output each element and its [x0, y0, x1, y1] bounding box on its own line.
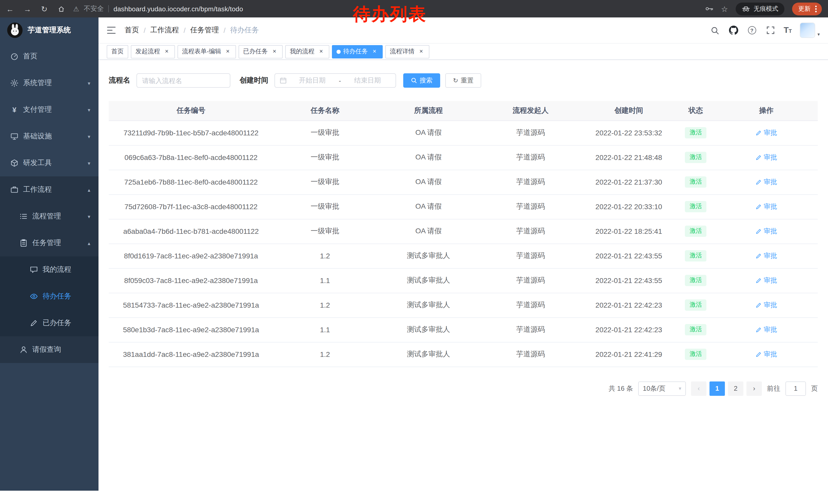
topbar-actions: ? TT ▾: [710, 22, 820, 38]
task-created: 2022-01-22 21:37:30: [581, 170, 677, 194]
tab-todo-tasks[interactable]: 待办任务 ×: [332, 45, 383, 58]
task-name: 1.2: [273, 293, 377, 317]
sidebar-collapse-icon[interactable]: [107, 26, 116, 34]
tab-done-tasks[interactable]: 已办任务 ×: [239, 45, 283, 58]
address-bar[interactable]: ⚠ 不安全 dashboard.yudao.iocoder.cn/bpm/tas…: [73, 4, 243, 13]
reload-icon[interactable]: ↻: [41, 5, 47, 12]
sidebar-item-todo-tasks[interactable]: 待办任务: [0, 283, 98, 310]
close-icon[interactable]: ×: [271, 48, 278, 55]
approve-button[interactable]: 审批: [756, 301, 777, 310]
sidebar-item-leave-query[interactable]: 请假查询: [0, 336, 98, 363]
chevron-down-icon: ▾: [88, 160, 90, 166]
browser-chrome: ← → ↻ ⚠ 不安全 dashboard.yudao.iocoder.cn/b…: [0, 0, 828, 17]
breadcrumb-task-management[interactable]: 任务管理: [190, 26, 219, 35]
user-icon: [19, 346, 28, 354]
approve-button[interactable]: 审批: [756, 202, 777, 211]
task-process: OA 请假: [377, 219, 481, 243]
close-icon[interactable]: ×: [371, 48, 378, 55]
approve-button[interactable]: 审批: [756, 325, 777, 334]
prev-page-button[interactable]: ‹: [691, 381, 706, 396]
back-icon[interactable]: ←: [6, 5, 14, 12]
fullscreen-icon[interactable]: [765, 25, 776, 35]
col-actions: 操作: [715, 101, 818, 121]
yen-icon: ¥: [10, 106, 18, 114]
tab-process-form-edit[interactable]: 流程表单-编辑 ×: [177, 45, 236, 58]
task-initiator: 芋道源码: [480, 293, 581, 317]
status-badge: 激活: [685, 349, 707, 360]
page-size-select[interactable]: 10条/页 ▾: [638, 381, 686, 396]
chevron-down-icon: ▾: [679, 385, 681, 391]
tab-my-processes[interactable]: 我的流程 ×: [285, 45, 329, 58]
task-created: 2022-01-22 21:48:48: [581, 145, 677, 170]
tab-process-detail[interactable]: 流程详情 ×: [385, 45, 429, 58]
app-logo[interactable]: 芋道管理系统: [0, 17, 98, 43]
close-icon[interactable]: ×: [163, 48, 170, 55]
approve-button[interactable]: 审批: [756, 350, 777, 359]
reset-button[interactable]: ↻ 重置: [445, 73, 481, 88]
help-icon[interactable]: ?: [747, 25, 757, 35]
briefcase-icon: [10, 186, 18, 194]
forward-icon[interactable]: →: [24, 5, 31, 12]
task-initiator: 芋道源码: [480, 317, 581, 342]
col-task-name: 任务名称: [273, 101, 377, 121]
github-icon[interactable]: [728, 25, 739, 35]
breadcrumb-home[interactable]: 首页: [125, 26, 139, 35]
approve-button[interactable]: 审批: [756, 227, 777, 236]
sidebar-item-process-management[interactable]: 流程管理 ▾: [0, 203, 98, 230]
bookmark-star-icon[interactable]: ☆: [721, 5, 728, 12]
task-process: 测试多审批人: [377, 243, 481, 268]
task-created: 2022-01-21 22:43:55: [581, 268, 677, 293]
user-menu[interactable]: ▾: [800, 22, 820, 38]
task-id: 73211d9d-7b9b-11ec-b5b7-acde48001122: [109, 121, 273, 145]
status-badge: 激活: [685, 300, 707, 311]
warning-icon: ⚠: [73, 5, 79, 12]
chevron-down-icon: ▾: [88, 214, 90, 219]
page-2-button[interactable]: 2: [728, 381, 743, 396]
goto-page-input[interactable]: [785, 381, 806, 396]
sidebar-item-dev-tools[interactable]: 研发工具 ▾: [0, 150, 98, 176]
search-icon[interactable]: [710, 25, 720, 35]
close-icon[interactable]: ×: [224, 48, 232, 55]
sidebar-item-done-tasks[interactable]: 已办任务: [0, 310, 98, 336]
font-size-icon[interactable]: TT: [784, 26, 792, 34]
approve-button[interactable]: 审批: [756, 128, 777, 137]
tab-start-process[interactable]: 发起流程 ×: [131, 45, 175, 58]
approve-button[interactable]: 审批: [756, 153, 777, 162]
key-icon[interactable]: [705, 6, 713, 11]
url-text: dashboard.yudao.iocoder.cn/bpm/task/todo: [113, 5, 243, 12]
tab-home[interactable]: 首页: [107, 45, 128, 58]
sidebar-item-system-management[interactable]: 系统管理 ▾: [0, 70, 98, 96]
table-row: 58154733-7ac8-11ec-a9e2-a2380e71991a 1.2…: [109, 293, 818, 317]
update-button[interactable]: 更新: [792, 2, 822, 15]
list-icon: [19, 212, 28, 221]
chevron-down-icon: ▾: [88, 107, 90, 112]
breadcrumb-workflow[interactable]: 工作流程: [150, 26, 179, 35]
home-icon[interactable]: [57, 5, 65, 12]
sidebar-item-infrastructure[interactable]: 基础设施 ▾: [0, 123, 98, 150]
task-initiator: 芋道源码: [480, 268, 581, 293]
search-button[interactable]: 搜索: [403, 73, 440, 88]
sidebar-item-home[interactable]: 首页: [0, 43, 98, 70]
menu-kebab-icon[interactable]: [815, 5, 817, 12]
approve-button[interactable]: 审批: [756, 177, 777, 187]
pagination: 共 16 条 10条/页 ▾ ‹ 1 2 › 前往 页: [109, 381, 818, 396]
sidebar-item-workflow[interactable]: 工作流程 ▴: [0, 176, 98, 203]
task-created: 2022-01-22 20:33:10: [581, 194, 677, 219]
sidebar-item-my-processes[interactable]: 我的流程: [0, 256, 98, 283]
status-badge: 激活: [685, 127, 707, 138]
col-process: 所属流程: [377, 101, 481, 121]
page-1-button[interactable]: 1: [709, 381, 725, 396]
marker-icon: [30, 319, 38, 327]
approve-button[interactable]: 审批: [756, 251, 777, 261]
task-initiator: 芋道源码: [480, 121, 581, 145]
date-range-picker[interactable]: 开始日期 - 结束日期: [275, 73, 396, 88]
sidebar-item-task-management[interactable]: 任务管理 ▴: [0, 230, 98, 256]
close-icon[interactable]: ×: [318, 48, 325, 55]
process-name-input[interactable]: [136, 73, 230, 88]
approve-button[interactable]: 审批: [756, 276, 777, 285]
avatar[interactable]: [800, 22, 816, 38]
sidebar-item-payment-management[interactable]: ¥ 支付管理 ▾: [0, 96, 98, 123]
next-page-button[interactable]: ›: [746, 381, 762, 396]
close-icon[interactable]: ×: [418, 48, 425, 55]
status-badge: 激活: [685, 324, 707, 335]
